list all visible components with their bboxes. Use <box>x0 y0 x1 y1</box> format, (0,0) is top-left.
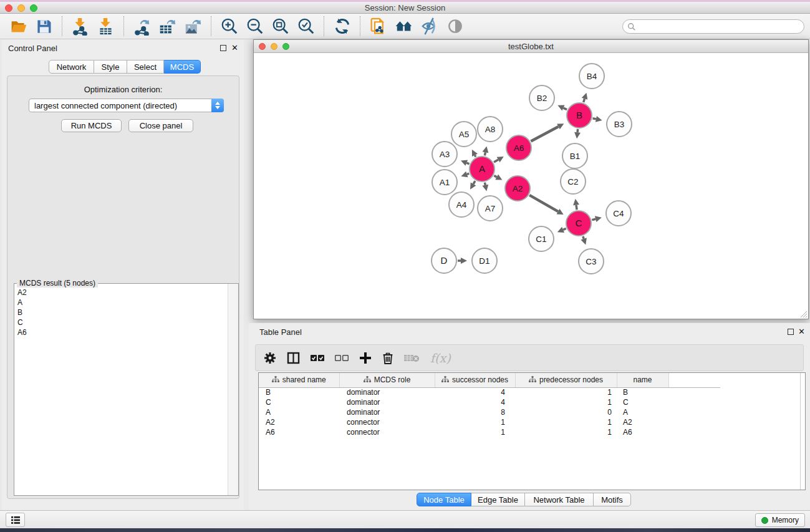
table-row[interactable]: A6connector11A6 <box>259 427 720 437</box>
open-file-icon[interactable] <box>9 17 28 36</box>
network-edge[interactable] <box>461 160 470 165</box>
import-network-icon[interactable] <box>70 17 90 36</box>
tab-network-table[interactable]: Network Table <box>525 493 594 506</box>
network-node[interactable]: A5 <box>451 122 476 147</box>
tab-node-table[interactable]: Node Table <box>417 493 471 506</box>
network-edge[interactable] <box>470 181 476 190</box>
network-node[interactable]: A7 <box>478 196 503 221</box>
close-window-button[interactable] <box>5 4 12 12</box>
network-edge[interactable] <box>494 157 504 162</box>
network-edge[interactable] <box>529 195 564 215</box>
column-header-mcds-role[interactable]: MCDS role <box>339 373 435 387</box>
network-node[interactable]: C4 <box>606 201 631 226</box>
table-row[interactable]: Adominator80A <box>259 407 720 417</box>
import-table-icon[interactable] <box>96 17 115 36</box>
zoom-out-icon[interactable] <box>245 17 264 36</box>
tab-network[interactable]: Network <box>49 60 94 74</box>
network-node[interactable]: B2 <box>529 85 554 110</box>
tab-select[interactable]: Select <box>127 60 164 74</box>
network-edge[interactable] <box>574 129 581 138</box>
network-edge[interactable] <box>557 105 567 111</box>
apply-preferred-layout-icon[interactable] <box>332 17 352 36</box>
column-header-successor-nodes[interactable]: successor nodes <box>435 373 515 387</box>
mcds-result-list[interactable]: A2ABCA6 <box>15 288 227 495</box>
close-panel-button[interactable]: Close panel <box>128 119 193 132</box>
network-node[interactable]: C <box>566 211 591 236</box>
network-node[interactable]: A3 <box>432 142 457 167</box>
save-session-icon[interactable] <box>34 17 54 36</box>
table-row[interactable]: Cdominator41C <box>259 397 720 407</box>
close-table-panel-icon[interactable]: ✕ <box>798 327 805 336</box>
memory-button[interactable]: Memory <box>755 513 805 527</box>
network-edge[interactable] <box>531 123 564 141</box>
network-node[interactable]: C3 <box>579 249 604 274</box>
network-node[interactable]: A6 <box>506 135 531 160</box>
network-node[interactable]: A <box>470 157 494 181</box>
network-canvas[interactable]: B4B2BB3A5A8A6A3AB1A1C2A2A4A7C4CC1C3DD1 <box>254 53 808 319</box>
network-node[interactable]: C1 <box>529 226 554 251</box>
select-all-icon[interactable] <box>311 354 324 362</box>
network-node[interactable]: C2 <box>561 169 586 194</box>
hide-selected-icon[interactable] <box>420 17 439 36</box>
export-image-icon[interactable] <box>183 17 203 36</box>
network-edge[interactable] <box>557 227 566 233</box>
add-column-icon[interactable] <box>359 352 372 364</box>
function-builder-icon[interactable]: f(x) <box>430 351 451 365</box>
mcds-result-item[interactable]: C <box>15 317 227 327</box>
export-table-icon[interactable] <box>158 17 177 36</box>
column-header-predecessor-nodes[interactable]: predecessor nodes <box>515 373 617 387</box>
network-node[interactable]: A1 <box>432 170 457 195</box>
search-field[interactable] <box>622 19 804 34</box>
column-header-shared-name[interactable]: shared name <box>259 373 339 387</box>
network-edge[interactable] <box>472 150 478 157</box>
network-edge[interactable] <box>573 199 579 210</box>
network-edge[interactable] <box>482 183 488 191</box>
network-edge[interactable] <box>458 258 467 264</box>
zoom-window-button[interactable] <box>30 4 37 12</box>
cybrowser-home-icon[interactable] <box>394 17 413 36</box>
resize-grip-icon[interactable] <box>799 309 808 318</box>
tab-motifs[interactable]: Motifs <box>594 493 631 506</box>
run-mcds-button[interactable]: Run MCDS <box>61 119 122 132</box>
network-node[interactable]: D1 <box>472 248 497 273</box>
table-row[interactable]: Bdominator41B <box>259 387 720 397</box>
network-node[interactable]: B <box>567 103 592 128</box>
mcds-result-item[interactable]: B <box>15 307 227 317</box>
export-network-icon[interactable] <box>132 17 152 36</box>
tab-mcds[interactable]: MCDS <box>164 60 201 74</box>
network-node[interactable]: B3 <box>607 112 632 137</box>
zoom-selected-icon[interactable] <box>296 17 316 36</box>
float-table-panel-icon[interactable] <box>788 329 794 335</box>
network-node[interactable]: B1 <box>562 143 587 168</box>
network-node[interactable]: A8 <box>478 117 503 142</box>
network-edge[interactable] <box>582 93 588 102</box>
result-scrollbar[interactable] <box>228 284 238 495</box>
network-edge[interactable] <box>494 174 502 180</box>
show-panels-button[interactable] <box>6 513 25 527</box>
network-node[interactable]: B4 <box>579 64 604 89</box>
network-node[interactable]: A2 <box>505 176 530 201</box>
table-row[interactable]: A2connector11A2 <box>259 417 720 427</box>
network-node[interactable]: A4 <box>449 192 474 217</box>
zoom-fit-icon[interactable] <box>271 17 290 36</box>
column-header-name[interactable]: name <box>617 373 668 387</box>
table-scrollbar[interactable] <box>800 373 805 490</box>
network-window-titlebar[interactable]: testGlobe.txt <box>254 40 808 53</box>
mcds-result-item[interactable]: A <box>15 297 227 307</box>
new-network-from-selection-icon[interactable] <box>369 17 388 36</box>
show-columns-icon[interactable] <box>287 352 300 364</box>
delete-table-icon[interactable] <box>404 353 420 363</box>
show-all-icon[interactable] <box>445 17 465 36</box>
tab-style[interactable]: Style <box>94 60 127 74</box>
deselect-all-icon[interactable] <box>335 354 349 362</box>
network-edge[interactable] <box>592 116 602 122</box>
network-node[interactable]: D <box>432 248 456 273</box>
optimization-criterion-select[interactable]: largest connected component (directed) <box>29 99 224 112</box>
network-edge[interactable] <box>461 172 469 177</box>
mcds-result-item[interactable]: A6 <box>15 327 227 337</box>
network-edge[interactable] <box>483 146 489 155</box>
search-input[interactable] <box>639 21 804 32</box>
minimize-window-button[interactable] <box>17 4 25 12</box>
delete-column-icon[interactable] <box>382 352 393 364</box>
close-panel-icon[interactable]: ✕ <box>231 43 238 52</box>
